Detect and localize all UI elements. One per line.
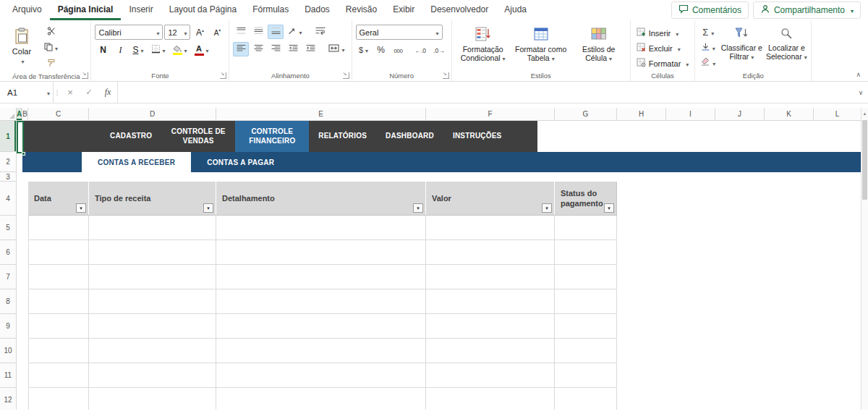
cell[interactable] (555, 339, 617, 363)
align-middle-button[interactable] (250, 25, 266, 39)
menu-tab-inserir[interactable]: Inserir (121, 0, 161, 20)
col-header-D[interactable]: D (89, 108, 216, 120)
share-button[interactable]: Compartilhamento (753, 1, 861, 19)
cell[interactable] (28, 240, 89, 264)
fill-color-button[interactable] (170, 43, 190, 57)
number-format-select[interactable]: Geral (356, 25, 443, 40)
cell[interactable] (89, 339, 216, 363)
vertical-scrollbar[interactable] (861, 108, 868, 410)
filter-button[interactable] (413, 203, 423, 213)
paste-button[interactable]: Colar (5, 22, 38, 70)
find-select-button[interactable]: Localizar e Selecionar (765, 22, 807, 70)
row-header-12[interactable]: 12 (0, 388, 16, 410)
cell[interactable] (89, 240, 216, 264)
cell[interactable] (555, 216, 617, 240)
select-all-corner[interactable] (0, 108, 17, 121)
menu-tab-pagina-inicial[interactable]: Página Inicial (50, 0, 122, 20)
comma-style-button[interactable] (391, 43, 407, 57)
cell[interactable] (216, 240, 426, 264)
col-header-J[interactable]: J (715, 108, 765, 120)
cell[interactable] (89, 216, 216, 240)
cell[interactable] (28, 363, 89, 387)
accounting-format-button[interactable] (356, 43, 372, 57)
row-header-5[interactable]: 5 (0, 216, 16, 240)
italic-button[interactable]: I (112, 43, 128, 57)
cell[interactable] (28, 388, 89, 410)
filter-button[interactable] (542, 203, 552, 213)
menu-tab-exibir[interactable]: Exibir (385, 0, 422, 20)
bold-button[interactable]: N (95, 43, 111, 57)
cell[interactable] (216, 388, 426, 410)
cell[interactable] (426, 388, 555, 410)
cell[interactable] (555, 363, 617, 387)
cell[interactable] (89, 388, 216, 410)
align-right-button[interactable] (268, 42, 284, 56)
delete-cells-button[interactable]: Excluir (634, 41, 692, 55)
col-header-C[interactable]: C (28, 108, 89, 120)
borders-button[interactable] (148, 43, 169, 57)
increase-font-button[interactable] (192, 25, 208, 40)
copy-button[interactable] (41, 41, 61, 55)
expand-formula-bar-icon[interactable] (854, 82, 868, 103)
conditional-formatting-button[interactable]: Formatação Condicional (456, 22, 511, 70)
decrease-indent-button[interactable] (285, 42, 301, 56)
cell[interactable] (28, 216, 89, 240)
name-box[interactable]: A1 (0, 82, 54, 103)
cell[interactable] (426, 240, 555, 264)
row-header-8[interactable]: 8 (0, 289, 16, 314)
increase-indent-button[interactable] (302, 42, 318, 56)
cell[interactable] (28, 314, 89, 338)
cell[interactable] (426, 314, 555, 338)
cell[interactable] (426, 265, 555, 289)
cell[interactable] (28, 265, 89, 289)
dialog-launcher-icon[interactable] (443, 72, 449, 79)
cell[interactable] (216, 216, 426, 240)
fill-button[interactable] (699, 41, 718, 54)
nav-tab-relatorios[interactable]: RELATÓRIOS (309, 121, 376, 152)
menu-tab-revisao[interactable]: Revisão (338, 0, 385, 20)
cell[interactable] (89, 265, 216, 289)
format-cells-button[interactable]: Formatar (634, 56, 692, 70)
menu-tab-formulas[interactable]: Fórmulas (244, 0, 297, 20)
nav-tab-controle-financeiro[interactable]: CONTROLE FINANCEIRO (235, 121, 309, 152)
merge-center-button[interactable] (326, 42, 347, 56)
row-header-7[interactable]: 7 (0, 265, 16, 289)
cell[interactable] (555, 240, 617, 264)
insert-cells-button[interactable]: Inserir (634, 26, 692, 40)
menu-tab-desenvolvedor[interactable]: Desenvolvedor (422, 0, 496, 20)
wrap-text-button[interactable] (312, 25, 328, 39)
cell[interactable] (426, 216, 555, 240)
clear-button[interactable] (699, 56, 718, 69)
cell[interactable] (216, 363, 426, 387)
filter-button[interactable] (203, 203, 213, 213)
col-header-I[interactable]: I (666, 108, 715, 120)
dialog-launcher-icon[interactable] (220, 72, 226, 79)
format-as-table-button[interactable]: Formatar como Tabela (514, 22, 569, 70)
font-family-select[interactable]: Calibri (95, 25, 163, 40)
fill-handle[interactable] (22, 152, 25, 156)
increase-decimal-button[interactable] (412, 43, 430, 57)
cell[interactable] (89, 289, 216, 313)
row-header-10[interactable]: 10 (0, 339, 16, 363)
row-header-4[interactable]: 4 (0, 182, 16, 216)
enter-button[interactable] (80, 82, 98, 103)
formula-bar-handle[interactable] (54, 82, 61, 103)
font-size-select[interactable]: 12 (164, 25, 190, 40)
cell[interactable] (555, 289, 617, 313)
col-header-B[interactable]: B (22, 108, 28, 120)
cell[interactable] (555, 265, 617, 289)
cell[interactable] (28, 339, 89, 363)
row-header-3[interactable]: 3 (0, 172, 16, 182)
row-header-6[interactable]: 6 (0, 240, 16, 265)
cell[interactable] (216, 265, 426, 289)
sub-tab-contas-a-receber[interactable]: CONTAS A RECEBER (82, 152, 191, 172)
orientation-button[interactable] (285, 25, 305, 39)
percent-style-button[interactable] (373, 43, 389, 57)
cut-button[interactable] (41, 25, 61, 39)
col-header-A[interactable]: A (17, 108, 22, 120)
cell-styles-button[interactable]: Estilos de Célula (571, 22, 626, 70)
format-painter-button[interactable] (41, 56, 61, 71)
sort-filter-button[interactable]: Classificar e Filtrar (720, 22, 762, 70)
cell[interactable] (426, 363, 555, 387)
cell[interactable] (555, 314, 617, 338)
